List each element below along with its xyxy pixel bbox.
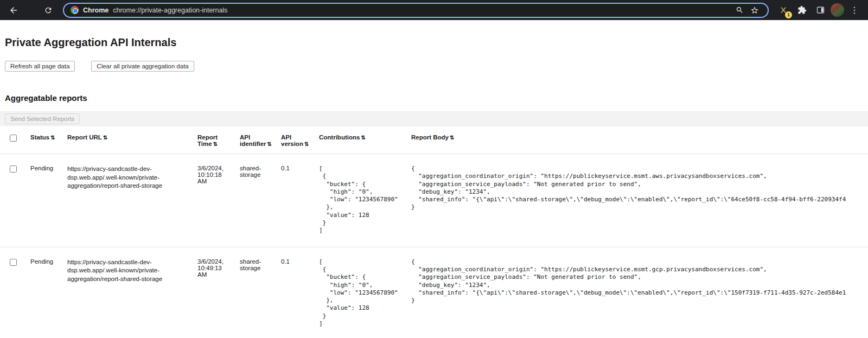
extension-badge: 1 [785, 11, 792, 18]
column-header-report-url[interactable]: Report URL⇅ [63, 126, 193, 154]
browser-toolbar: Chrome chrome://private-aggregation-inte… [0, 0, 868, 20]
extensions-puzzle-icon[interactable] [794, 2, 810, 18]
cell-report-time: 3/6/2024, 10:10:18 AM [193, 154, 235, 247]
omnibox-url[interactable]: chrome://private-aggregation-internals [113, 7, 729, 14]
column-header-status[interactable]: Status⇅ [26, 126, 63, 154]
sort-icon: ⇅ [450, 135, 454, 141]
table-row: Pending https://privacy-sandcastle-dev-d… [0, 154, 868, 247]
row-select-checkbox[interactable] [10, 165, 17, 173]
page-actions: Refresh all page data Clear all private … [5, 61, 868, 72]
section-title-aggregatable-reports: Aggregatable reports [5, 93, 868, 103]
omnibox[interactable]: Chrome chrome://private-aggregation-inte… [63, 3, 769, 18]
kebab-menu-icon[interactable]: ⋮ [846, 2, 863, 18]
cell-status: Pending [26, 247, 63, 338]
table-toolbar-strip: Send Selected Reports [0, 111, 868, 126]
column-header-api-version[interactable]: API version⇅ [277, 126, 315, 154]
sort-icon: ⇅ [361, 135, 365, 141]
sort-icon: ⇅ [213, 141, 218, 147]
table-header-row: Status⇅ Report URL⇅ Report Time⇅ API ide… [0, 126, 868, 154]
cell-report-body-json: { "aggregation_coordinator_origin": "htt… [411, 165, 864, 212]
cell-report-url: https://privacy-sandcastle-dev-dsp.web.a… [63, 154, 193, 247]
column-header-report-body[interactable]: Report Body⇅ [407, 126, 868, 154]
cell-status: Pending [26, 154, 63, 247]
back-button[interactable] [5, 2, 22, 18]
private-aggregation-internals-page: Private Aggregation API Internals Refres… [0, 36, 868, 338]
sort-icon: ⇅ [103, 135, 107, 141]
table-row: Pending https://privacy-sandcastle-dev-d… [0, 247, 868, 338]
send-selected-reports-button[interactable]: Send Selected Reports [5, 113, 80, 124]
select-all-checkbox[interactable] [10, 135, 17, 142]
search-icon[interactable] [733, 4, 746, 17]
omnibox-chrome-label: Chrome [83, 7, 108, 14]
column-header-report-time[interactable]: Report Time⇅ [193, 126, 235, 154]
reload-icon [44, 6, 53, 15]
column-header-api-identifier[interactable]: API identifier⇅ [235, 126, 277, 154]
clear-all-private-aggregation-data-button[interactable]: Clear all private aggregation data [91, 61, 194, 72]
cell-api-identifier: shared-storage [235, 154, 277, 247]
sort-icon: ⇅ [267, 141, 272, 147]
cell-api-version: 0.1 [277, 154, 315, 247]
cell-report-body-json: { "aggregation_coordinator_origin": "htt… [411, 258, 864, 305]
pinned-extension-icon[interactable]: 1 [775, 2, 792, 18]
cell-api-version: 0.1 [277, 247, 315, 338]
bookmark-star-icon[interactable] [748, 4, 761, 17]
back-arrow-icon [9, 5, 18, 15]
cell-contributions-json: [ { "bucket": { "high": "0", "low": "123… [319, 258, 403, 328]
refresh-all-page-data-button[interactable]: Refresh all page data [5, 61, 75, 72]
reload-button[interactable] [40, 2, 56, 18]
sort-icon: ⇅ [304, 141, 309, 147]
cell-report-time: 3/6/2024, 10:49:13 AM [193, 247, 235, 338]
side-panel-icon[interactable] [812, 2, 828, 18]
sort-icon: ⇅ [50, 135, 55, 141]
row-select-checkbox[interactable] [10, 259, 17, 266]
column-header-contributions[interactable]: Contributions⇅ [315, 126, 407, 154]
chrome-logo-icon [71, 6, 79, 14]
cell-api-identifier: shared-storage [235, 247, 277, 338]
profile-avatar[interactable] [831, 3, 844, 17]
cell-report-url: https://privacy-sandcastle-dev-dsp.web.a… [63, 247, 193, 338]
cell-contributions-json: [ { "bucket": { "high": "0", "low": "123… [319, 165, 403, 235]
aggregatable-reports-table: Status⇅ Report URL⇅ Report Time⇅ API ide… [0, 126, 868, 338]
page-title: Private Aggregation API Internals [5, 36, 868, 49]
